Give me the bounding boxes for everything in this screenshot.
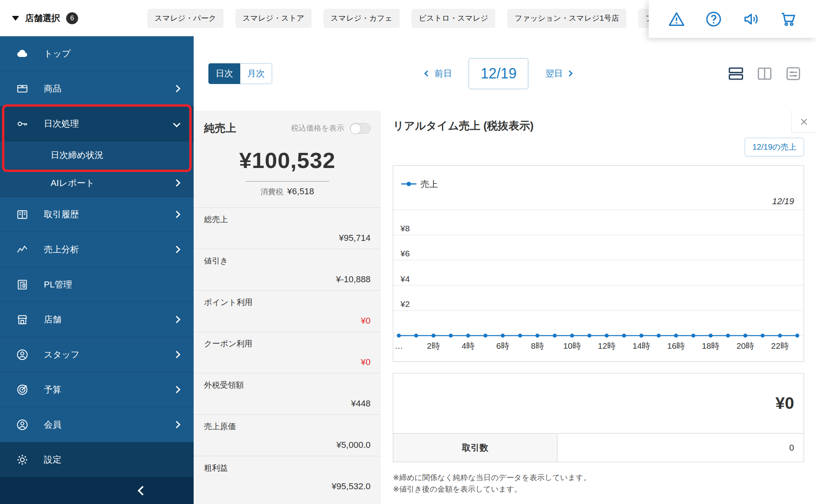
sidebar-item-label: AIレポート [51,177,161,189]
sidebar-item-daily-processing[interactable]: 日次処理 [0,106,194,141]
sidebar-item-label: 日次締め状況 [51,149,179,161]
footnote: ※値引き後の金額を表示しています。 [393,483,804,495]
footnotes: ※締めに関係なく純粋な当日のデータを表示しています。 ※値引き後の金額を表示して… [393,472,804,495]
summary-row: 売上原価 ¥5,000.0 [194,414,381,456]
chevron-right-icon [173,211,180,218]
row-label: ポイント利用 [204,297,371,308]
svg-text:8時: 8時 [531,341,544,350]
sidebar: トップ 商品 日次処理 日次締め状況 AIレポート 取引履歴 売上分析 [0,36,194,504]
chevron-right-icon [173,351,180,358]
row-value: ¥5,000.0 [336,440,371,450]
realtime-total-amount: ¥0 [393,373,804,433]
tax-toggle-group: 税込価格を表示 [291,123,371,134]
caret-down-icon [12,16,19,21]
store-selector-dropdown[interactable]: 店舗選択 6 [0,12,147,24]
row-label: クーポン利用 [204,338,371,349]
sidebar-item-sales-analysis[interactable]: 売上分析 [0,232,194,267]
dashboard-content: 純売上 税込価格を表示 ¥100,532 消費税¥6,518 総売上 ¥95,7… [194,111,816,504]
gear-icon [14,453,30,467]
sidebar-item-staff[interactable]: スタッフ [0,337,194,372]
svg-text:10時: 10時 [563,341,581,350]
date-navigation: 前日 12/19 翌日 [425,58,572,89]
transactions-count-label: 取引数 [393,434,557,462]
net-sales-header: 純売上 税込価格を表示 ¥100,532 消費税¥6,518 [194,111,381,207]
tax-included-toggle[interactable] [350,123,371,134]
sidebar-item-ai-report[interactable]: AIレポート [0,169,194,197]
net-sales-title: 純売上 [204,121,236,135]
prev-day-button[interactable]: 前日 [425,68,452,80]
summary-rows: 総売上 ¥95,714 値引き ¥-10,888 ポイント利用 ¥0 クーポン利… [194,207,381,497]
next-day-button[interactable]: 翌日 [545,68,572,80]
sidebar-item-label: 予算 [44,384,161,396]
realtime-sales-panel: リアルタイム売上 (税抜表示) 12/19の売上 ¥8¥6¥4¥2…2時4時6時… [381,111,816,504]
current-date-display[interactable]: 12/19 [469,58,528,89]
sidebar-item-label: スタッフ [44,349,161,361]
row-value: ¥448 [351,399,371,409]
footnote: ※締めに関係なく純粋な当日のデータを表示しています。 [393,472,804,483]
date-sales-button[interactable]: 12/19の売上 [745,138,804,156]
monthly-tab[interactable]: 月次 [240,63,272,84]
sidebar-item-transaction-history[interactable]: 取引履歴 [0,197,194,232]
store-count-badge: 6 [66,12,78,24]
sidebar-item-label: 商品 [44,83,161,95]
member-icon [14,418,30,432]
chevron-right-icon [173,386,180,393]
period-toolbar: 日次 月次 前日 12/19 翌日 [194,36,816,111]
store-tab[interactable]: スマレジ・パーク [147,9,224,28]
summary-row: 総売上 ¥95,714 [194,207,381,249]
row-label: 売上原価 [204,421,371,432]
chevron-right-icon [173,179,180,186]
summary-row: クーポン利用 ¥0 [194,332,381,373]
sidebar-item-store[interactable]: 店舗 [0,302,194,337]
sidebar-item-members[interactable]: 会員 [0,407,194,442]
cloud-icon [14,47,30,61]
svg-text:¥6: ¥6 [400,249,410,258]
row-label: 粗利益 [204,463,371,473]
help-icon[interactable] [704,10,723,28]
svg-text:¥2: ¥2 [400,299,410,309]
box-icon [14,82,30,96]
collapse-sidebar-button[interactable] [0,477,194,504]
person-icon [14,348,30,361]
consumption-tax-label: 消費税 [261,188,283,196]
svg-text:2時: 2時 [427,341,440,350]
svg-text:22時: 22時 [771,341,789,350]
alert-icon[interactable] [667,10,686,28]
sidebar-item-top[interactable]: トップ [0,36,194,71]
store-tab[interactable]: ファッション・スマレジ1号店 [507,9,626,28]
sidebar-item-label: 日次処理 [44,118,161,130]
sidebar-item-budget[interactable]: 予算 [0,372,194,407]
layout-columns-icon[interactable] [756,66,773,81]
daily-tab[interactable]: 日次 [208,63,240,84]
store-tab[interactable]: スマレジ・ストア [235,9,312,28]
storefront-icon [14,313,30,326]
close-icon[interactable] [791,111,816,133]
summary-row: 外税受領額 ¥448 [194,373,381,414]
row-label: 値引き [204,256,371,266]
svg-text:20時: 20時 [736,341,754,350]
transactions-count-value: 0 [557,434,804,462]
store-tab[interactable]: スマレジ・カフェ [324,9,400,28]
chevron-right-icon [173,246,180,253]
row-value: ¥95,714 [339,233,371,243]
svg-text:売上: 売上 [420,179,438,189]
ledger-icon [14,208,30,221]
row-value: ¥0 [361,357,371,367]
sidebar-item-daily-closing-status[interactable]: 日次締め状況 [0,141,194,169]
row-value: ¥0 [361,316,371,326]
realtime-sales-chart: ¥8¥6¥4¥2…2時4時6時8時10時12時14時16時18時20時22時売上… [393,165,804,362]
sidebar-item-settings[interactable]: 設定 [0,442,194,477]
row-value: ¥-10,888 [336,274,371,285]
announcement-icon[interactable] [742,10,760,28]
cart-icon[interactable] [779,10,797,28]
svg-text:18時: 18時 [702,341,719,350]
display-settings-icon[interactable] [785,66,802,81]
store-tab[interactable]: ビストロ・スマレジ [412,9,496,28]
chevron-left-icon [137,486,147,495]
svg-text:¥4: ¥4 [400,274,410,283]
transactions-box: ¥0 取引数 0 [393,373,804,462]
layout-rows-icon[interactable] [728,66,744,81]
sidebar-item-products[interactable]: 商品 [0,71,194,106]
chevron-right-icon [173,316,180,323]
sidebar-item-pl-management[interactable]: PL管理 [0,267,194,302]
